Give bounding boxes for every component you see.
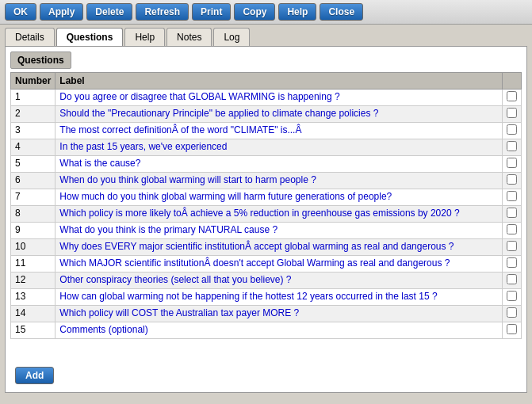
ok-button[interactable]: OK (5, 3, 36, 21)
delete-button[interactable]: Delete (86, 3, 132, 21)
row-checkbox[interactable] (507, 191, 517, 201)
row-checkbox-cell[interactable] (503, 223, 522, 239)
row-number: 14 (11, 306, 55, 322)
table-header-row: Number Label (11, 73, 522, 90)
row-number: 15 (11, 322, 55, 339)
row-checkbox-cell[interactable] (503, 189, 522, 206)
row-checkbox[interactable] (507, 108, 517, 118)
row-checkbox-cell[interactable] (503, 139, 522, 156)
tab-details[interactable]: Details (5, 28, 55, 46)
row-checkbox[interactable] (507, 291, 517, 301)
row-checkbox-cell[interactable] (503, 156, 522, 173)
table-row[interactable]: 15Comments (optional) (11, 322, 522, 339)
row-checkbox-cell[interactable] (503, 123, 522, 139)
table-row[interactable]: 7How much do you think global warming wi… (11, 189, 522, 206)
questions-table: Number Label 1Do you agree or disagree t… (10, 72, 522, 339)
tab-log[interactable]: Log (213, 28, 250, 46)
row-checkbox[interactable] (507, 241, 517, 251)
table-row[interactable]: 3The most correct definitionÂ of the wor… (11, 123, 522, 139)
row-checkbox[interactable] (507, 307, 517, 318)
row-label[interactable]: In the past 15 years, we've experienced (55, 139, 503, 156)
table-row[interactable]: 4In the past 15 years, we've experienced (11, 139, 522, 156)
content-area: Questions Number Label 1Do you agree or … (5, 46, 527, 393)
row-label[interactable]: Which policy will COST the Australian ta… (55, 306, 503, 322)
table-row[interactable]: 13How can global warming not be happenin… (11, 289, 522, 306)
row-checkbox-cell[interactable] (503, 239, 522, 256)
row-checkbox[interactable] (507, 274, 517, 284)
row-checkbox[interactable] (507, 208, 517, 218)
table-row[interactable]: 9What do you think is the primary NATURA… (11, 223, 522, 239)
row-number: 9 (11, 223, 55, 239)
bottom-bar: Add (10, 363, 522, 387)
col-header-check (503, 73, 522, 90)
add-button[interactable]: Add (15, 367, 54, 384)
row-checkbox[interactable] (507, 158, 517, 168)
copy-button[interactable]: Copy (234, 3, 275, 21)
table-row[interactable]: 10Why does EVERY major scientific instit… (11, 239, 522, 256)
row-label[interactable]: When do you think global warming will st… (55, 173, 503, 189)
row-label[interactable]: Which policy is more likely toÂ achieve … (55, 206, 503, 223)
row-checkbox-cell[interactable] (503, 306, 522, 322)
row-label[interactable]: Comments (optional) (55, 322, 503, 339)
table-row[interactable]: 6When do you think global warming will s… (11, 173, 522, 189)
tab-questions[interactable]: Questions (56, 28, 124, 46)
row-number: 2 (11, 106, 55, 123)
row-label[interactable]: What do you think is the primary NATURAL… (55, 223, 503, 239)
row-number: 13 (11, 289, 55, 306)
row-checkbox[interactable] (507, 224, 517, 234)
col-header-label: Label (55, 73, 503, 90)
row-checkbox-cell[interactable] (503, 206, 522, 223)
apply-button[interactable]: Apply (40, 3, 83, 21)
row-label[interactable]: Why does EVERY major scientific institut… (55, 239, 503, 256)
tabs-bar: DetailsQuestionsHelpNotesLog (0, 25, 532, 46)
row-number: 4 (11, 139, 55, 156)
row-number: 6 (11, 173, 55, 189)
tab-help[interactable]: Help (124, 28, 165, 46)
table-row[interactable]: 8Which policy is more likely toÂ achieve… (11, 206, 522, 223)
row-number: 8 (11, 206, 55, 223)
table-row[interactable]: 2Should the "Precautionary Principle" be… (11, 106, 522, 123)
row-number: 5 (11, 156, 55, 173)
row-checkbox-cell[interactable] (503, 173, 522, 189)
help-button[interactable]: Help (278, 3, 316, 21)
row-checkbox-cell[interactable] (503, 256, 522, 273)
row-checkbox[interactable] (507, 174, 517, 185)
table-row[interactable]: 5What is the cause? (11, 156, 522, 173)
row-checkbox[interactable] (507, 324, 517, 334)
row-checkbox[interactable] (507, 257, 517, 268)
questions-scroll-container[interactable]: Number Label 1Do you agree or disagree t… (10, 72, 522, 363)
row-label[interactable]: How can global warming not be happening … (55, 289, 503, 306)
row-number: 7 (11, 189, 55, 206)
row-checkbox[interactable] (507, 124, 517, 135)
close-button[interactable]: Close (320, 3, 363, 21)
row-label[interactable]: How much do you think global warming wil… (55, 189, 503, 206)
table-row[interactable]: 12Other conspiracy theories (select all … (11, 273, 522, 289)
print-button[interactable]: Print (192, 3, 231, 21)
row-number: 10 (11, 239, 55, 256)
row-checkbox-cell[interactable] (503, 90, 522, 106)
table-row[interactable]: 11Which MAJOR scientific institutionÂ do… (11, 256, 522, 273)
row-label[interactable]: Do you agree or disagree that GLOBAL WAR… (55, 90, 503, 106)
toolbar: OKApplyDeleteRefreshPrintCopyHelpClose (0, 0, 532, 25)
row-checkbox-cell[interactable] (503, 273, 522, 289)
row-checkbox[interactable] (507, 91, 517, 101)
table-row[interactable]: 1Do you agree or disagree that GLOBAL WA… (11, 90, 522, 106)
refresh-button[interactable]: Refresh (136, 3, 189, 21)
row-label[interactable]: Other conspiracy theories (select all th… (55, 273, 503, 289)
questions-section-header: Questions (10, 51, 71, 69)
row-number: 3 (11, 123, 55, 139)
row-checkbox-cell[interactable] (503, 289, 522, 306)
table-row[interactable]: 14Which policy will COST the Australian … (11, 306, 522, 322)
row-checkbox-cell[interactable] (503, 322, 522, 339)
row-checkbox-cell[interactable] (503, 106, 522, 123)
row-label[interactable]: The most correct definitionÂ of the word… (55, 123, 503, 139)
row-number: 12 (11, 273, 55, 289)
row-number: 1 (11, 90, 55, 106)
tab-notes[interactable]: Notes (166, 28, 212, 46)
row-number: 11 (11, 256, 55, 273)
row-label[interactable]: Which MAJOR scientific institutionÂ does… (55, 256, 503, 273)
row-checkbox[interactable] (507, 141, 517, 151)
row-label[interactable]: Should the "Precautionary Principle" be … (55, 106, 503, 123)
row-label[interactable]: What is the cause? (55, 156, 503, 173)
col-header-number: Number (11, 73, 55, 90)
